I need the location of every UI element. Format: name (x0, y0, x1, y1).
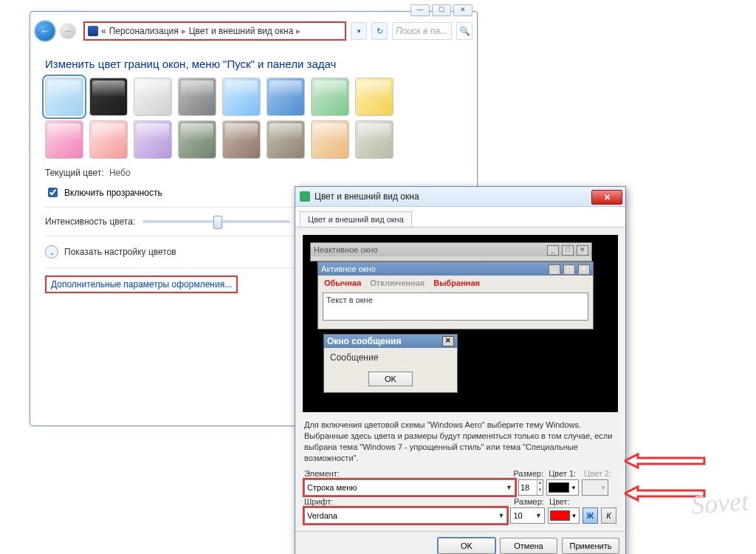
dialog-titlebar: Цвет и внешний вид окна ✕ (295, 187, 625, 207)
element-label: Элемент: (304, 469, 510, 478)
spinner-down-icon[interactable]: ▼ (537, 488, 543, 495)
color-swatch[interactable] (267, 78, 305, 116)
preview-msgbox-title: Окно сообщения (327, 336, 401, 346)
maximize-button[interactable]: ☐ (432, 4, 451, 16)
slider-thumb[interactable] (213, 216, 222, 229)
svg-marker-1 (625, 487, 704, 500)
element-value-row: Строка меню ▼ ▲▼ ▼ ▼ (304, 479, 616, 496)
dialog-title: Цвет и внешний вид окна (315, 191, 419, 202)
color-swatch[interactable] (311, 78, 349, 116)
italic-toggle[interactable]: К (601, 507, 616, 524)
chevron-down-icon: ▼ (600, 485, 606, 491)
dialog-footer: OK Отмена Применить (295, 531, 625, 554)
element-row: Элемент: Размер: Цвет 1: Цвет 2: (304, 469, 616, 478)
color-swatch[interactable] (134, 78, 172, 116)
color1-swatch (549, 482, 569, 493)
color-swatch[interactable] (311, 120, 349, 159)
chevron-right-icon: ▸ (296, 26, 300, 36)
color2-label: Цвет 2: (584, 469, 616, 478)
element-size-spinner[interactable]: ▲▼ (518, 479, 543, 496)
chevron-down-icon: ▼ (506, 484, 512, 491)
color-swatch[interactable] (355, 120, 394, 159)
preview-msgbox-ok-button: OK (368, 372, 413, 386)
breadcrumb-item-2[interactable]: Цвет и внешний вид окна (189, 26, 294, 36)
font-color-label: Цвет: (549, 497, 582, 506)
close-icon: ✕ (604, 193, 611, 202)
advanced-appearance-link[interactable]: Дополнительные параметры оформления... (51, 279, 232, 290)
close-icon: ✕ (577, 245, 588, 256)
color-swatch[interactable] (222, 120, 261, 159)
arrow-left-icon: ← (40, 25, 50, 37)
font-size-label: Размер: (514, 497, 546, 506)
preview-active-window: Активное окно _ □ ✕ Обычная Отключенная … (317, 261, 594, 329)
ok-button[interactable]: OK (438, 538, 495, 554)
color-swatch-grid (45, 78, 462, 159)
preview-active-title: Активное окно (321, 264, 376, 273)
font-color-swatch (550, 510, 570, 521)
current-color-value: Небо (109, 168, 131, 178)
color-swatch[interactable] (45, 78, 83, 116)
color-swatch[interactable] (222, 78, 261, 116)
element-size-input[interactable] (519, 480, 537, 495)
max-icon: □ (563, 264, 575, 275)
refresh-button[interactable]: ↻ (371, 22, 388, 40)
cp-icon (88, 26, 98, 36)
transparency-checkbox[interactable] (48, 188, 58, 197)
preview-msgbox-body: Сообщение (324, 348, 457, 367)
preview-msgbox-titlebar: Окно сообщения ✕ (324, 335, 457, 348)
dialog-tabstrip: Цвет и внешний вид окна (295, 207, 625, 228)
help-text: Для включения цветовой схемы "Windows Ae… (304, 420, 616, 463)
chevron-down-icon: ▼ (498, 512, 505, 519)
close-button[interactable]: ✕ (453, 4, 472, 16)
preview-message-box: Окно сообщения ✕ Сообщение OK (323, 334, 458, 393)
intensity-slider[interactable] (142, 220, 290, 223)
preview-window-buttons: _ □ ✕ (548, 264, 590, 275)
annotation-arrow-1 (625, 452, 706, 470)
nav-forward-button[interactable]: → (60, 23, 76, 39)
preview-textbox: Текст в окне (323, 293, 588, 321)
search-button[interactable]: 🔍 (456, 22, 472, 40)
tab-appearance[interactable]: Цвет и внешний вид окна (300, 211, 412, 227)
search-input[interactable]: Поиск в па... (392, 22, 452, 40)
min-icon: _ (547, 245, 559, 256)
arrow-right-icon: → (63, 26, 72, 36)
minimize-button[interactable]: — (410, 4, 430, 16)
nav-back-button[interactable]: ← (35, 21, 55, 41)
color-swatch[interactable] (267, 120, 305, 159)
element-dropdown[interactable]: Строка меню ▼ (304, 479, 515, 496)
preview-menu-row: Обычная Отключенная Выбранная (318, 276, 593, 290)
color-swatch[interactable] (178, 120, 216, 159)
cancel-button[interactable]: Отмена (500, 538, 557, 554)
current-color-label: Текущий цвет: (45, 168, 104, 178)
color-swatch[interactable] (134, 120, 172, 159)
expand-button[interactable]: ⌄ (45, 245, 58, 259)
color1-picker[interactable]: ▼ (546, 479, 579, 496)
breadcrumb-item-1[interactable]: Персонализация (109, 26, 179, 36)
element-dropdown-value: Строка меню (307, 483, 357, 492)
bold-toggle[interactable]: Ж (583, 507, 598, 524)
font-size-dropdown[interactable]: 10 ▼ (510, 507, 544, 524)
chevron-down-icon: ▾ (357, 27, 361, 35)
color-swatch[interactable] (178, 78, 216, 116)
advanced-link-highlight: Дополнительные параметры оформления... (45, 276, 238, 293)
spinner-up-icon[interactable]: ▲ (537, 480, 543, 488)
address-bar[interactable]: « Персонализация ▸ Цвет и внешний вид ок… (83, 21, 346, 41)
font-color-picker[interactable]: ▼ (548, 507, 580, 524)
annotation-arrow-2 (625, 485, 706, 502)
apply-button[interactable]: Применить (562, 538, 619, 554)
font-dropdown-value: Verdana (307, 511, 337, 520)
font-row-labels: Шрифт: Размер: Цвет: (304, 497, 616, 506)
preview-inactive-title: Неактивное окно (314, 245, 378, 254)
color-swatch[interactable] (89, 78, 128, 116)
font-dropdown[interactable]: Verdana ▼ (304, 507, 507, 524)
chevron-down-icon: ▼ (571, 485, 577, 491)
color-swatch[interactable] (89, 120, 128, 159)
refresh-icon: ↻ (377, 27, 383, 36)
search-icon: 🔍 (459, 26, 470, 36)
color-swatch[interactable] (45, 120, 83, 159)
dialog-close-button[interactable]: ✕ (591, 190, 622, 205)
min-icon: _ (549, 264, 560, 275)
color-swatch[interactable] (355, 78, 394, 116)
address-dropdown-button[interactable]: ▾ (351, 22, 367, 40)
preview-window-buttons: _ □ ✕ (546, 244, 588, 256)
